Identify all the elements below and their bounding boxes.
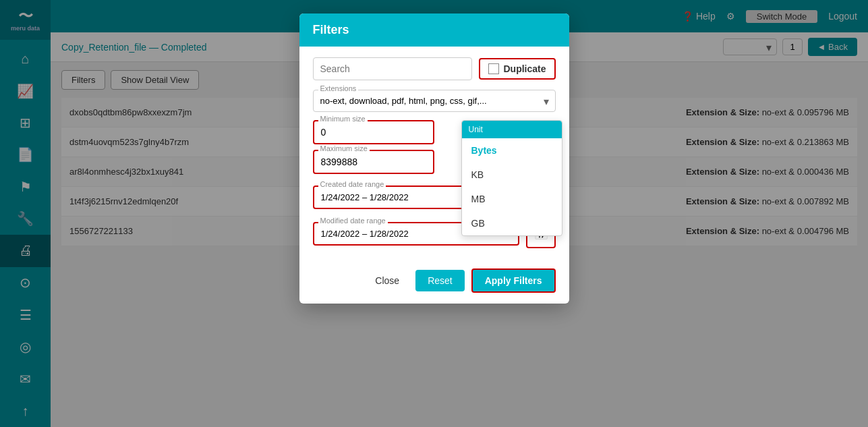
max-size-input[interactable] [313, 150, 434, 174]
created-date-label: Created date range [318, 180, 386, 188]
reset-button[interactable]: Reset [415, 270, 465, 291]
size-unit-row: Minimum size Maximum size Unit Bytes KB [313, 120, 556, 174]
search-dup-row: Duplicate [313, 57, 556, 80]
search-input[interactable] [313, 57, 473, 80]
unit-option-gb[interactable]: GB [462, 211, 562, 235]
duplicate-label: Duplicate [503, 63, 546, 74]
size-col: Minimum size Maximum size [313, 120, 455, 174]
modified-date-label: Modified date range [318, 217, 388, 225]
unit-dropdown: Unit Bytes KB MB GB [461, 120, 562, 236]
unit-dropdown-header: Unit [462, 121, 562, 138]
overlay-backdrop: Filters Duplicate Extensions no-ext, dow… [0, 0, 868, 427]
unit-option-mb[interactable]: MB [462, 187, 562, 211]
duplicate-checkbox-group[interactable]: Duplicate [479, 58, 555, 80]
min-size-input[interactable] [313, 120, 434, 144]
unit-option-bytes[interactable]: Bytes [462, 138, 562, 163]
modal-footer: Close Reset Apply Filters [299, 262, 569, 304]
unit-option-kb[interactable]: KB [462, 163, 562, 187]
extensions-label: Extensions [318, 84, 359, 92]
max-size-field: Maximum size [313, 150, 455, 174]
max-size-label: Maximum size [318, 144, 370, 152]
search-wrap [313, 57, 473, 80]
extensions-field: Extensions no-ext, download, pdf, html, … [313, 90, 556, 112]
modal-title: Filters [313, 23, 349, 36]
modal-body: Duplicate Extensions no-ext, download, p… [299, 47, 569, 262]
modal-header: Filters [299, 13, 569, 47]
filters-modal: Filters Duplicate Extensions no-ext, dow… [299, 13, 569, 304]
min-size-label: Minimum size [318, 115, 368, 123]
duplicate-checkbox[interactable] [488, 63, 499, 74]
close-button[interactable]: Close [366, 270, 409, 291]
extensions-select[interactable]: no-ext, download, pdf, html, png, css, g… [313, 90, 556, 112]
min-size-field: Minimum size [313, 120, 455, 144]
apply-filters-button[interactable]: Apply Filters [471, 268, 556, 293]
